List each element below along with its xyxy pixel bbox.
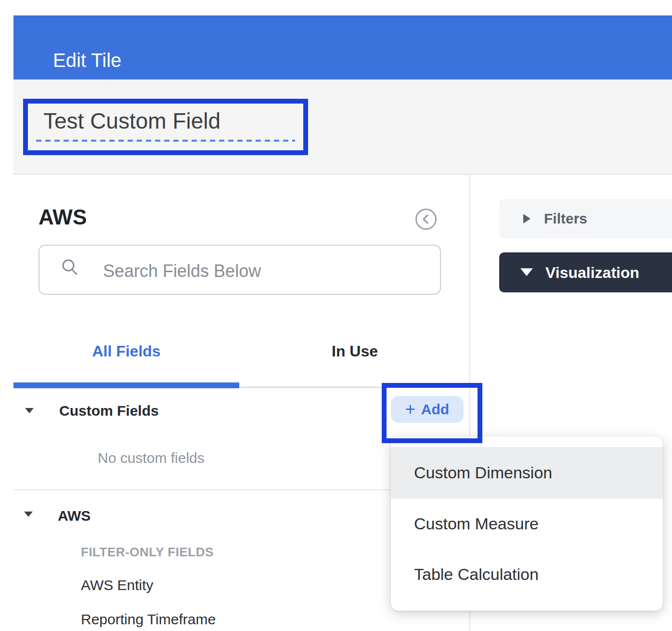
caret-down-icon[interactable] — [24, 512, 33, 517]
annotation-box-add-button — [382, 383, 482, 443]
caret-down-icon[interactable] — [25, 408, 34, 413]
tab-in-use[interactable]: In Use — [239, 340, 470, 362]
search-fields-box[interactable] — [39, 245, 441, 295]
filter-only-fields-group-label: FILTER-ONLY FIELDS — [81, 544, 214, 560]
caret-right-icon — [523, 214, 530, 223]
caret-down-icon — [520, 268, 533, 276]
dialog-header: Edit Tile — [13, 15, 672, 79]
tab-all-fields[interactable]: All Fields — [13, 340, 239, 362]
chevron-left-icon — [417, 210, 435, 228]
dialog-title: Edit Tile — [53, 49, 121, 71]
search-input[interactable] — [102, 247, 393, 296]
section-aws[interactable]: AWS — [58, 507, 90, 525]
section-custom-fields[interactable]: Custom Fields — [59, 402, 159, 420]
collapse-panel-button[interactable] — [415, 209, 437, 230]
no-custom-fields-text: No custom fields — [98, 449, 205, 467]
field-item-aws-entity[interactable]: AWS Entity — [81, 576, 154, 594]
menu-item-custom-measure[interactable]: Custom Measure — [391, 499, 663, 549]
add-field-dropdown-menu: Custom Dimension Custom Measure Table Ca… — [391, 436, 663, 611]
explore-name-heading: AWS — [39, 205, 87, 229]
filters-section-label: Filters — [544, 208, 587, 229]
active-tab-indicator — [13, 382, 239, 388]
search-icon — [61, 258, 79, 276]
visualization-section-label: Visualization — [545, 262, 639, 283]
menu-item-table-calculation[interactable]: Table Calculation — [391, 549, 663, 600]
annotation-box-tile-name — [23, 99, 308, 155]
field-item-reporting-timeframe[interactable]: Reporting Timeframe — [81, 610, 216, 629]
menu-item-custom-dimension[interactable]: Custom Dimension — [391, 447, 663, 499]
